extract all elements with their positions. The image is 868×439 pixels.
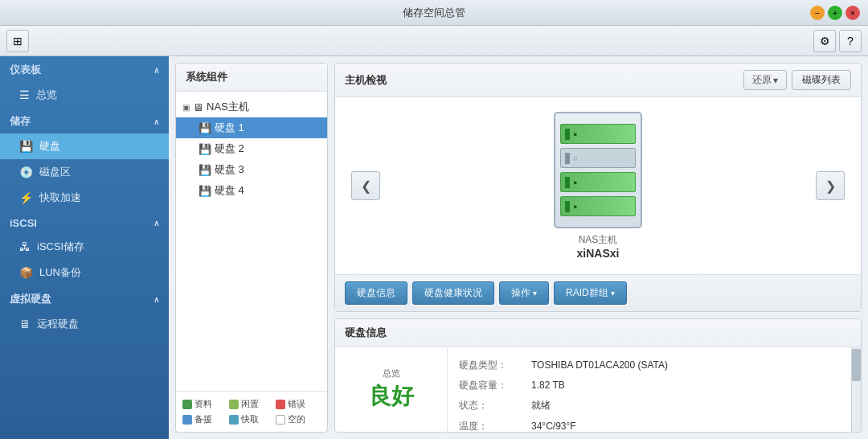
main-layout: 仪表板 ∧ ☰ 总览 储存 ∧ 💾 硬盘 💿 磁盘区 ⚡ 快取加速 iSCSI … — [0, 56, 868, 439]
sidebar-item-label: 磁盘区 — [39, 165, 71, 179]
tree-disk1[interactable]: 💾 硬盘 1 — [176, 117, 327, 138]
legend-backup-dot — [182, 415, 192, 425]
close-button[interactable]: × — [845, 6, 860, 20]
toolbar: ⊞ ⚙ ? — [0, 26, 868, 56]
legend-empty-dot — [276, 415, 285, 425]
host-title: 主机检视 — [345, 73, 387, 88]
gear-icon: ⚙ — [820, 35, 830, 47]
raid-button[interactable]: RAID群组 ▾ — [554, 281, 627, 305]
disk1-icon: 💾 — [199, 122, 211, 134]
nas-box: ● ○ — [554, 112, 642, 260]
disk-slot-3: ● — [560, 172, 636, 192]
help-icon: ? — [847, 35, 854, 47]
sidebar-item-lunbackup[interactable]: 📦 LUN备份 — [0, 260, 169, 285]
legend-idle-label: 闲置 — [241, 398, 259, 410]
legend-empty-label: 空的 — [288, 413, 305, 425]
expand-icon: ▣ — [182, 103, 190, 112]
disk-type-label: 硬盘类型： — [459, 358, 531, 373]
tree-disk4[interactable]: 💾 硬盘 4 — [176, 180, 327, 201]
titlebar: 储存空间总管 − + × — [0, 0, 868, 26]
disk-list-label: 磁碟列表 — [802, 74, 841, 85]
legend-quick-label: 快取 — [241, 413, 259, 425]
diskzone-icon: 💿 — [19, 166, 33, 178]
tree-disk2[interactable]: 💾 硬盘 2 — [176, 138, 327, 159]
disk-list-button[interactable]: 磁碟列表 — [792, 70, 851, 90]
disk-info-button[interactable]: 硬盘信息 — [345, 281, 407, 305]
minimize-button[interactable]: − — [810, 6, 825, 20]
disk-capacity-label: 硬盘容量： — [459, 378, 531, 393]
legend-backup: 备援 — [182, 413, 227, 425]
tree-disk3-label: 硬盘 3 — [215, 162, 244, 177]
system-panel-title: 系统组件 — [176, 64, 327, 92]
legend: 资料 闲置 错误 备援 — [176, 391, 327, 432]
sidebar-item-diskzone[interactable]: 💿 磁盘区 — [0, 159, 169, 185]
raid-dropdown-icon: ▾ — [611, 289, 615, 297]
disk2-icon: 💾 — [199, 143, 211, 155]
sidebar-item-overview[interactable]: ☰ 总览 — [0, 82, 169, 108]
legend-error: 错误 — [276, 398, 321, 410]
chevron-left-icon: ❮ — [361, 178, 371, 194]
chevron-up-icon-2: ∧ — [154, 117, 159, 126]
sidebar-section-dashboard[interactable]: 仪表板 ∧ — [0, 56, 169, 82]
disk-slot-label-4: ● — [573, 203, 577, 211]
sidebar-item-remotedisk[interactable]: 🖥 远程硬盘 — [0, 311, 169, 337]
disk-capacity-value: 1.82 TB — [531, 378, 565, 393]
disk-health-button[interactable]: 硬盘健康状况 — [412, 281, 494, 305]
harddisk-icon: 💾 — [19, 140, 33, 153]
legend-data: 资料 — [182, 398, 227, 410]
sidebar-item-harddisk[interactable]: 💾 硬盘 — [0, 133, 169, 159]
nas-type: NAS主机 — [577, 233, 620, 247]
restore-label: 还原 — [752, 73, 772, 87]
nav-next-button[interactable]: ❯ — [816, 171, 845, 200]
right-panels: 主机检视 还原 ▾ 磁碟列表 ❮ — [334, 63, 862, 433]
status-good-text: 良好 — [369, 381, 414, 412]
sidebar-item-label: 快取加速 — [39, 191, 81, 205]
disk4-icon: 💾 — [199, 185, 211, 197]
info-scrollbar[interactable] — [851, 347, 861, 432]
nas-visual: ❮ ● — [335, 97, 861, 274]
info-status: 总览 良好 — [335, 347, 448, 432]
info-row-capacity: 硬盘容量： 1.82 TB — [459, 375, 840, 396]
legend-backup-label: 备援 — [194, 413, 212, 425]
toolbar-right: ⚙ ? — [813, 30, 862, 52]
home-button[interactable]: ⊞ — [6, 30, 29, 52]
operate-button[interactable]: 操作 ▾ — [499, 281, 549, 305]
chevron-up-icon-3: ∧ — [154, 219, 159, 228]
content-area: 系统组件 ▣ 🖥 NAS主机 💾 硬盘 1 💾 — [169, 56, 868, 439]
help-button[interactable]: ? — [839, 30, 862, 52]
disk-slot-label-1: ● — [573, 130, 577, 138]
raid-label: RAID群组 — [566, 286, 608, 300]
disk-status-value: 就绪 — [531, 398, 551, 413]
restore-button[interactable]: 还原 ▾ — [743, 70, 787, 90]
remote-disk-icon: 🖥 — [19, 318, 31, 330]
settings-button[interactable]: ⚙ — [813, 30, 836, 52]
sidebar: 仪表板 ∧ ☰ 总览 储存 ∧ 💾 硬盘 💿 磁盘区 ⚡ 快取加速 iSCSI … — [0, 56, 169, 439]
sidebar-item-quickaccel[interactable]: ⚡ 快取加速 — [0, 185, 169, 211]
window-controls: − + × — [810, 6, 860, 20]
disk-indicator-3 — [565, 177, 570, 188]
disk-type-value: TOSHIBA DT01ACA200 (SATA) — [531, 358, 668, 373]
legend-idle: 闲置 — [229, 398, 274, 410]
info-row-type: 硬盘类型： TOSHIBA DT01ACA200 (SATA) — [459, 355, 840, 375]
maximize-button[interactable]: + — [828, 6, 842, 20]
legend-error-dot — [276, 400, 285, 409]
tree-disk2-label: 硬盘 2 — [215, 142, 244, 156]
tree-disk3[interactable]: 💾 硬盘 3 — [176, 159, 327, 180]
sidebar-section-storage[interactable]: 储存 ∧ — [0, 108, 169, 133]
chevron-right-icon: ❯ — [825, 178, 836, 194]
disk-slot-2: ○ — [560, 148, 636, 168]
sidebar-section-vdisk[interactable]: 虚拟硬盘 ∧ — [0, 285, 169, 311]
tree-view: ▣ 🖥 NAS主机 💾 硬盘 1 💾 硬盘 2 — [176, 92, 327, 391]
sidebar-item-iscsistorage[interactable]: 🖧 iSCSI储存 — [0, 234, 169, 260]
disk-health-label: 硬盘健康状况 — [424, 286, 482, 300]
home-icon: ⊞ — [13, 35, 23, 47]
info-details: 硬盘类型： TOSHIBA DT01ACA200 (SATA) 硬盘容量： 1.… — [448, 347, 851, 432]
app-title: 储存空间总管 — [403, 6, 465, 20]
legend-data-dot — [182, 400, 192, 409]
sidebar-section-iscsi[interactable]: iSCSI ∧ — [0, 211, 169, 234]
tree-root-node[interactable]: ▣ 🖥 NAS主机 — [176, 96, 327, 117]
nav-prev-button[interactable]: ❮ — [351, 171, 380, 200]
disk-indicator-2 — [565, 153, 570, 164]
iscsi-storage-icon: 🖧 — [19, 240, 31, 253]
disk-slot-label-2: ○ — [573, 154, 577, 162]
